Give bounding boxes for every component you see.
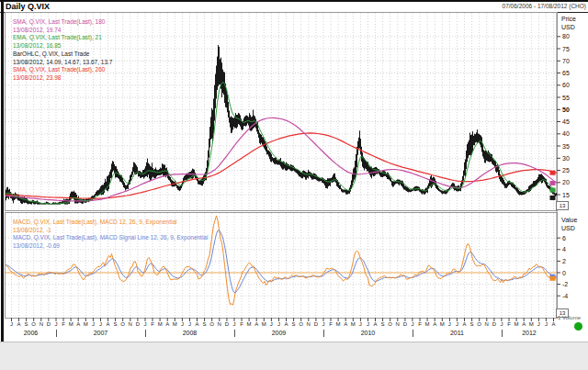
price-tick-label: 40: [562, 130, 584, 137]
x-axis-month-label: D: [134, 321, 141, 327]
price-tick-label: 80: [562, 33, 584, 39]
x-axis-month-label: A: [194, 321, 201, 327]
price-pane-legend: SMA, Q.VIX, Last Trade(Last), 18013/08/2…: [13, 18, 112, 83]
price-legend-item-label: BarOHLC, Q.VIX, Last Trade: [13, 50, 112, 59]
price-tick-label: 35: [562, 143, 584, 150]
x-axis-month-label: A: [283, 321, 290, 327]
macd-tick-label: 6: [562, 235, 584, 241]
macd-pane-legend: MACD, Q.VIX, Last Trade(Last), MACD 12, …: [13, 219, 208, 251]
x-axis-month-label: D: [401, 321, 409, 327]
x-axis-month-label: J: [96, 321, 104, 327]
x-axis-month-label: J: [178, 321, 186, 327]
x-axis-month-label: O: [209, 321, 216, 327]
price-pane-date-box: 13: [556, 201, 569, 210]
price-tick-label: 50: [562, 107, 584, 113]
x-axis-month-label: S: [23, 321, 30, 327]
x-axis-month-label: N: [305, 321, 312, 327]
macd-legend-item-label: MACD, Q.VIX, Last Trade(Last), MACD 12, …: [13, 219, 208, 227]
price-tick-label: 45: [562, 118, 584, 125]
macd-legend-item-value: 13/08/2012, -0.69: [13, 242, 208, 251]
x-axis-month-label: O: [119, 321, 127, 327]
x-axis-month-label: D: [45, 321, 52, 327]
x-axis-month-label: F: [327, 321, 334, 327]
price-legend-item-value: 13/08/2012, 16.85: [13, 42, 112, 50]
price-tick-label: 30: [562, 155, 584, 162]
price-legend-item[interactable]: BarOHLC, Q.VIX, Last Trade13/08/2012, 14…: [13, 50, 112, 66]
x-axis-month-label: J: [231, 321, 238, 327]
price-legend-item[interactable]: SMA, Q.VIX, Last Trade(Last), 26013/08/2…: [13, 66, 112, 82]
price-legend-item-value: 13/08/2012, 14.09, 14.67, 13.67, 13.7: [13, 59, 112, 67]
x-axis-month-label: M: [527, 321, 535, 327]
price-tick-label: 55: [562, 95, 584, 101]
x-axis-month-label: A: [550, 321, 558, 327]
macd-legend-item-value: 13/08/2012, -1: [13, 227, 208, 235]
price-legend-item-value: 13/08/2012, 23.98: [13, 74, 112, 83]
macd-legend-item[interactable]: MACD, Q.VIX, Last Trade(Last), MACD Sign…: [13, 234, 208, 250]
x-axis-month-label: M: [245, 321, 253, 327]
x-axis-month-label: F: [416, 321, 424, 327]
x-axis-month-label: J: [320, 321, 327, 327]
x-axis-month-label: A: [74, 321, 82, 327]
x-axis-month-label: J: [446, 321, 453, 327]
x-axis-year-separator: [234, 330, 235, 337]
macd-tick-label: 4: [562, 246, 584, 252]
x-axis-month-label: A: [431, 321, 438, 327]
x-axis-month-label: O: [476, 321, 483, 327]
x-axis-year-separator: [413, 330, 413, 337]
macd-legend-item[interactable]: MACD, Q.VIX, Last Trade(Last), MACD 12, …: [13, 219, 208, 234]
macd-axis-title: Value: [561, 217, 577, 223]
x-axis-month-label: J: [542, 321, 549, 327]
x-axis-month-label: A: [372, 321, 379, 327]
x-axis-month-label: O: [30, 321, 38, 327]
x-axis-month-label: N: [216, 321, 223, 327]
x-axis-month-label: D: [223, 321, 231, 327]
x-axis-year-label: 2010: [354, 330, 381, 336]
price-tick-label: 25: [562, 167, 584, 174]
x-axis-month-label: M: [171, 321, 178, 327]
price-legend-item[interactable]: SMA, Q.VIX, Last Trade(Last), 18013/08/2…: [13, 18, 112, 34]
price-tick-label: 20: [562, 179, 584, 185]
price-axis-title: Price: [561, 16, 576, 22]
x-axis-year-label: 2011: [443, 330, 470, 336]
price-tick-label: 15: [562, 192, 584, 198]
x-axis-month-label: J: [535, 321, 542, 327]
x-axis-month-label: A: [105, 321, 112, 327]
x-axis-year-separator: [502, 330, 503, 337]
x-axis-month-label: S: [469, 321, 476, 327]
price-tick-label: 60: [562, 82, 584, 88]
x-axis-month-label: M: [82, 321, 89, 327]
x-axis-month-label: J: [89, 321, 96, 327]
price-tick-label: 65: [562, 70, 584, 76]
x-axis-year-label: 2006: [17, 330, 44, 336]
x-axis-month-label: O: [387, 321, 394, 327]
x-axis-month-label: M: [334, 321, 342, 327]
x-axis-month-label: M: [424, 321, 431, 327]
x-axis-month-label: J: [52, 321, 60, 327]
macd-tick-label: -4: [562, 293, 584, 299]
x-axis-month-label: J: [409, 321, 416, 327]
x-axis-month-label: D: [312, 321, 320, 327]
x-axis-year-label: 2009: [265, 330, 292, 336]
x-axis-month-label: J: [453, 321, 460, 327]
x-axis-month-label: F: [505, 321, 513, 327]
price-tick-label: 75: [562, 46, 584, 52]
x-axis-month-label: N: [483, 321, 491, 327]
x-axis-month-label: A: [16, 321, 23, 327]
x-axis-month-label: J: [275, 321, 282, 327]
x-axis-month-label: M: [513, 321, 520, 327]
x-axis-month-label: N: [38, 321, 45, 327]
x-axis-year-separator: [323, 330, 324, 337]
macd-tick-label: -2: [562, 281, 584, 287]
volume-pane-hint: 1 Volume: [558, 315, 581, 320]
price-legend-item-label: EMA, Q.VIX, Last Trade(Last), 21: [13, 34, 112, 42]
price-legend-item-label: SMA, Q.VIX, Last Trade(Last), 180: [13, 18, 112, 27]
x-axis-month-label: J: [141, 321, 149, 327]
x-axis-year-label: 2008: [175, 330, 203, 336]
x-axis-month-label: J: [7, 321, 15, 327]
macd-axis-unit: USD: [561, 225, 575, 231]
x-axis-year-label: 2007: [86, 330, 114, 336]
price-legend-item[interactable]: EMA, Q.VIX, Last Trade(Last), 2113/08/20…: [13, 34, 112, 50]
x-axis-month-label: S: [201, 321, 209, 327]
x-axis-month-label: M: [156, 321, 164, 327]
x-axis-month-label: D: [491, 321, 498, 327]
